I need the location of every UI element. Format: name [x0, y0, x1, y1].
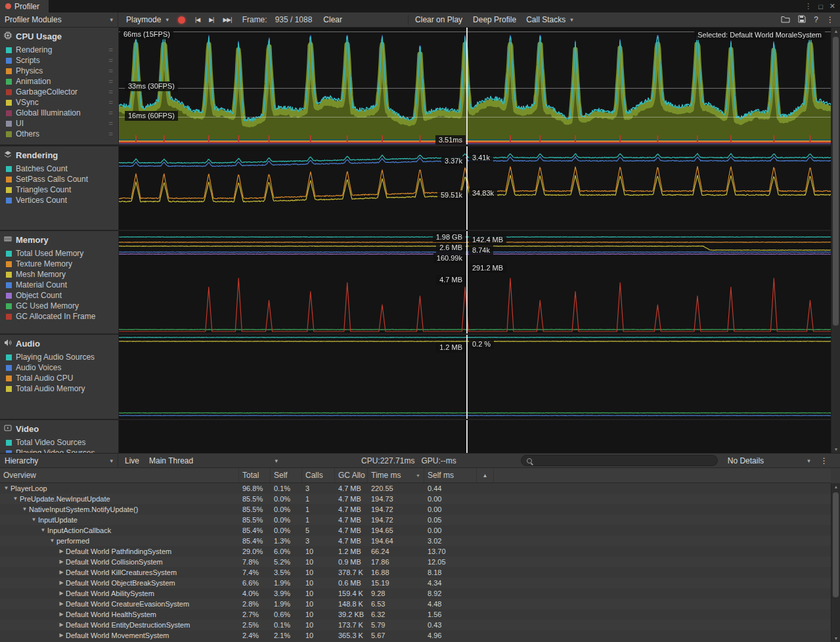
thread-dropdown[interactable]: Main Thread ▾	[144, 453, 282, 468]
counter-gc-allocated-in-frame[interactable]: GC Allocated In Frame	[0, 311, 118, 322]
video-chart[interactable]	[119, 420, 831, 453]
drag-handle-icon[interactable]: =	[109, 88, 113, 96]
scroll-down-icon[interactable]: ▼	[831, 447, 840, 452]
table-row[interactable]: ▶Default World EntityDestructionSystem2.…	[0, 620, 831, 630]
counter-mesh-memory[interactable]: Mesh Memory	[0, 269, 118, 280]
counter-color-swatch[interactable]	[6, 166, 12, 172]
foldout-expanded-icon[interactable]: ▼	[48, 536, 56, 546]
counter-color-swatch[interactable]	[6, 100, 12, 106]
counter-garbagecollector[interactable]: GarbageCollector=	[0, 87, 118, 97]
counter-playing-video-sources[interactable]: Playing Video Sources	[0, 448, 118, 453]
table-row[interactable]: ▶Default World AbilitySystem4.0%3.9%1015…	[0, 588, 831, 599]
foldout-expanded-icon[interactable]: ▼	[39, 525, 47, 536]
counter-setpass-calls-count[interactable]: SetPass Calls Count	[0, 174, 118, 184]
counter-vsync[interactable]: VSync=	[0, 97, 118, 108]
foldout-collapsed-icon[interactable]: ▶	[57, 630, 66, 641]
counter-color-swatch[interactable]	[6, 314, 12, 320]
counter-color-swatch[interactable]	[6, 386, 12, 392]
table-row[interactable]: ▼PlayerLoop96.8%0.1%34.7 MB220.550.44	[0, 483, 831, 494]
help-icon[interactable]: ?	[814, 15, 818, 24]
module-header[interactable]: Memory	[0, 231, 118, 248]
counter-animation[interactable]: Animation=	[0, 76, 118, 87]
current-frame-button[interactable]: ▶▶|	[218, 12, 236, 28]
details-kebab-menu-icon[interactable]: ⋮	[815, 453, 833, 468]
module-header[interactable]: Audio	[0, 335, 118, 352]
module-header[interactable]: Video	[0, 420, 118, 437]
counter-color-swatch[interactable]	[6, 187, 12, 193]
counter-color-swatch[interactable]	[6, 251, 12, 257]
table-row[interactable]: ▶Default World MovementSystem2.4%2.1%103…	[0, 630, 831, 641]
counter-material-count[interactable]: Material Count	[0, 280, 118, 290]
counter-color-swatch[interactable]	[6, 272, 12, 278]
window-close-icon[interactable]: ✕	[829, 2, 835, 11]
charts-scrollbar[interactable]: ▲ ▼	[831, 28, 840, 453]
drag-handle-icon[interactable]: =	[109, 56, 113, 64]
search-input[interactable]	[536, 457, 712, 465]
load-profile-icon[interactable]	[781, 15, 790, 25]
counter-color-swatch[interactable]	[6, 68, 12, 74]
foldout-collapsed-icon[interactable]: ▶	[57, 557, 66, 567]
table-row[interactable]: ▼InputUpdate85.5%0.0%14.7 MB194.720.05	[0, 515, 831, 525]
foldout-collapsed-icon[interactable]: ▶	[57, 588, 66, 599]
scroll-up-icon[interactable]: ▲	[831, 29, 840, 33]
counter-others[interactable]: Others=	[0, 129, 118, 139]
table-row[interactable]: ▼PreUpdate.NewInputUpdate85.5%0.0%14.7 M…	[0, 494, 831, 504]
scroll-up-icon[interactable]: ▲	[831, 484, 840, 489]
counter-rendering[interactable]: Rendering=	[0, 45, 118, 55]
playmode-dropdown[interactable]: Playmode ▾	[122, 12, 173, 28]
selected-frame-line[interactable]	[466, 28, 468, 453]
foldout-collapsed-icon[interactable]: ▶	[57, 609, 66, 620]
table-scrollbar-thumb[interactable]	[833, 492, 839, 597]
foldout-collapsed-icon[interactable]: ▶	[57, 620, 66, 630]
column-self-ms[interactable]: Self ms	[424, 468, 477, 482]
counter-color-swatch[interactable]	[6, 177, 12, 182]
column-calls[interactable]: Calls	[302, 468, 335, 482]
counter-color-swatch[interactable]	[6, 47, 12, 53]
drag-handle-icon[interactable]: =	[109, 109, 113, 117]
counter-color-swatch[interactable]	[6, 282, 12, 288]
counter-color-swatch[interactable]	[6, 58, 12, 64]
column-time-ms[interactable]: Time ms ▼	[368, 468, 424, 482]
foldout-collapsed-icon[interactable]: ▶	[57, 546, 66, 557]
search-field[interactable]	[521, 455, 718, 466]
table-row[interactable]: ▶Default World HealthSystem2.7%0.6%1039.…	[0, 609, 831, 620]
table-row[interactable]: ▼performed85.4%1.3%34.7 MB194.643.02	[0, 536, 831, 546]
drag-handle-icon[interactable]: =	[109, 98, 113, 106]
counter-ui[interactable]: UI=	[0, 118, 118, 129]
deep-profile-toggle[interactable]: Deep Profile	[468, 12, 521, 28]
drag-handle-icon[interactable]: =	[109, 77, 113, 85]
table-row[interactable]: ▶Default World CreatureEvasionSystem2.8%…	[0, 599, 831, 609]
module-header[interactable]: CPU Usage	[0, 28, 118, 45]
table-row[interactable]: ▼NativeInputSystem.NotifyUpdate()85.5%0.…	[0, 504, 831, 515]
counter-color-swatch[interactable]	[6, 303, 12, 309]
scroll-down-icon[interactable]: ▼	[831, 636, 840, 641]
foldout-expanded-icon[interactable]: ▼	[30, 515, 38, 525]
foldout-expanded-icon[interactable]: ▼	[20, 504, 29, 515]
counter-triangles-count[interactable]: Triangles Count	[0, 184, 118, 195]
counter-scripts[interactable]: Scripts=	[0, 55, 118, 66]
table-row[interactable]: ▶Default World ObjectBreakSystem6.6%1.9%…	[0, 578, 831, 588]
drag-handle-icon[interactable]: =	[109, 67, 113, 75]
hierarchy-dropdown[interactable]: Hierarchy ▾	[0, 453, 118, 468]
counter-color-swatch[interactable]	[6, 110, 12, 116]
clear-button[interactable]: Clear	[318, 12, 347, 28]
column-total[interactable]: Total	[239, 468, 271, 482]
counter-total-audio-memory[interactable]: Total Audio Memory	[0, 383, 118, 394]
live-toggle[interactable]: Live	[120, 453, 144, 468]
table-row[interactable]: ▶Default World CollisionSystem7.8%5.2%10…	[0, 557, 831, 567]
counter-color-swatch[interactable]	[6, 354, 12, 360]
counter-batches-count[interactable]: Batches Count	[0, 163, 118, 174]
window-maximize-icon[interactable]: □	[818, 3, 823, 11]
counter-playing-audio-sources[interactable]: Playing Audio Sources	[0, 352, 118, 362]
call-stacks-dropdown[interactable]: Call Stacks ▾	[521, 12, 578, 28]
counter-color-swatch[interactable]	[6, 365, 12, 371]
table-scrollbar[interactable]: ▲ ▼	[831, 483, 840, 642]
table-row[interactable]: ▶Default World KillCreaturesSystem7.4%3.…	[0, 567, 831, 578]
counter-color-swatch[interactable]	[6, 198, 12, 203]
column-self[interactable]: Self	[271, 468, 302, 482]
counter-object-count[interactable]: Object Count	[0, 290, 118, 301]
clear-on-play-toggle[interactable]: Clear on Play	[410, 12, 468, 28]
foldout-expanded-icon[interactable]: ▼	[11, 494, 20, 504]
next-frame-button[interactable]: ▶|	[204, 12, 218, 28]
foldout-collapsed-icon[interactable]: ▶	[57, 578, 66, 588]
